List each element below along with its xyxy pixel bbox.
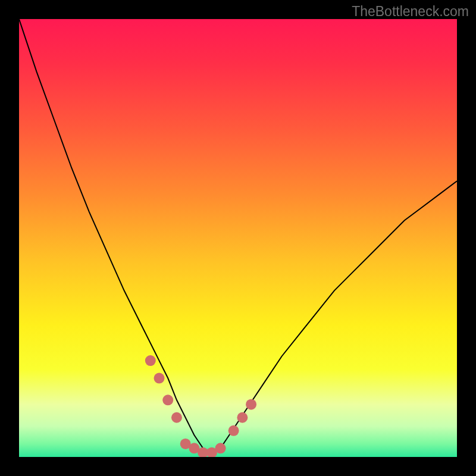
chart-container: TheBottleneck.com [0,0,476,476]
valley-marker-left-1 [145,355,156,366]
plot-area [19,19,457,457]
watermark-text: TheBottleneck.com [352,4,469,20]
chart-background [19,19,457,457]
valley-marker-left-4 [171,412,182,423]
valley-marker-bottom-5 [215,443,226,453]
valley-marker-left-3 [162,394,173,405]
valley-marker-right-1 [228,425,239,436]
valley-marker-left-2 [154,373,165,384]
valley-marker-right-2 [237,412,248,423]
valley-marker-right-3 [246,399,256,410]
bottleneck-chart [19,19,457,457]
